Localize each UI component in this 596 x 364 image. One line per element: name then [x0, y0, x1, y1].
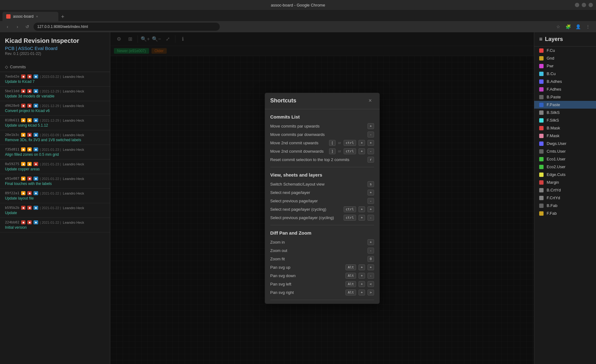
commit-item[interactable]: f35d811 ■■■ | 2021-01-23 | Leandro Heck … — [0, 145, 110, 160]
commit-author: Leandro Heck — [63, 177, 84, 181]
layer-item[interactable]: Cmts.User — [534, 147, 596, 155]
commit-author: Leandro Heck — [63, 162, 84, 166]
layer-item[interactable]: Edge.Cuts — [534, 171, 596, 178]
layers-header: ≡ Layers — [534, 32, 596, 47]
layer-item[interactable]: B.CrtYd — [534, 186, 596, 194]
layer-item[interactable]: Eco1.User — [534, 155, 596, 163]
shortcut-key: + — [359, 215, 365, 221]
shortcut-desc: Pan svg up — [270, 265, 343, 270]
layer-item[interactable]: B.Mask — [534, 124, 596, 132]
layer-item[interactable]: F.Mask — [534, 132, 596, 140]
layer-item[interactable]: F.Fab — [534, 209, 596, 217]
layer-item[interactable]: Margin — [534, 178, 596, 186]
commit-meta: 5be11dd ■■■ | 2021-12-29 | Leandro Heck — [5, 89, 105, 93]
layer-color-swatch — [539, 56, 544, 61]
minimize-button[interactable]: ─ — [575, 3, 579, 7]
layer-color-swatch — [539, 134, 544, 138]
shortcut-desc: Move 2nd commit upwards — [270, 141, 327, 145]
commit-badge: ■ — [34, 162, 38, 166]
layer-item[interactable]: B.SilkS — [534, 109, 596, 116]
commit-item[interactable]: 010b611 ■■■ | 2021-12-29 | Leandro Heck … — [0, 116, 110, 130]
layer-item[interactable]: F.Cu — [534, 47, 596, 54]
commit-date: | 2021-01-23 | — [40, 162, 61, 166]
layer-name: B.Adhes — [547, 79, 562, 84]
forward-button[interactable]: › — [14, 23, 21, 30]
layer-item[interactable]: B.Paste — [534, 93, 596, 101]
layer-name: Eco2.User — [547, 164, 566, 169]
layer-item[interactable]: F.Paste — [534, 101, 596, 109]
layer-item[interactable]: B.Adhes — [534, 78, 596, 85]
commit-message: Final touches with the labels — [5, 182, 105, 186]
commit-item[interactable]: 224bb02 ■■■ | 2021-01-22 | Leandro Heck … — [0, 218, 110, 232]
shortcut-row: Move 2nd commit upwards [ or ctrl + + — [270, 140, 374, 146]
commit-hash: 224bb02 — [5, 220, 19, 224]
layer-item[interactable]: Gnd — [534, 54, 596, 62]
commit-hash: 89f22a1 — [5, 191, 19, 195]
close-button[interactable]: × — [589, 3, 593, 7]
commit-item[interactable]: d9628e0 ■■■ | 2021-12-29 | Leandro Heck … — [0, 101, 110, 116]
commit-item[interactable]: b595b2b ■■■ | 2021-01-22 | Leandro Heck … — [0, 203, 110, 218]
star-button[interactable]: ☆ — [554, 22, 562, 31]
tab-close-icon[interactable]: × — [36, 15, 38, 18]
layer-item[interactable]: B.Fab — [534, 202, 596, 209]
commit-meta: 224bb02 ■■■ | 2021-01-22 | Leandro Heck — [5, 220, 105, 224]
commit-item[interactable]: 20e1b3c ■■■ | 2021-02-09 | Leandro Heck … — [0, 130, 110, 145]
layer-item[interactable]: B.Cu — [534, 70, 596, 78]
modal-close-button[interactable]: × — [367, 97, 374, 105]
shortcut-desc: Move commits par downwards — [270, 132, 365, 137]
extension-button[interactable]: 🧩 — [564, 22, 572, 31]
layer-item[interactable]: Eco2.User — [534, 163, 596, 171]
tab-title: assoc-board — [13, 14, 34, 19]
commit-badge: ■ — [27, 74, 32, 79]
commit-author: Leandro Heck — [63, 148, 84, 151]
shortcut-row: Select next page/layer (cycling) ctrl + … — [270, 206, 374, 212]
layer-name: B.CrtYd — [547, 188, 561, 192]
commit-hash: 20e1b3c — [5, 133, 19, 137]
layer-item[interactable]: Pwr — [534, 62, 596, 70]
maximize-button[interactable]: □ — [582, 3, 586, 7]
back-button[interactable]: ‹ — [4, 23, 11, 30]
shortcut-key: - — [368, 148, 374, 154]
shortcut-desc: Move commits par upwards — [270, 124, 365, 128]
shortcut-row: Zoom in + — [270, 239, 374, 245]
layer-item[interactable]: F.Adhes — [534, 85, 596, 93]
commit-badge: ■ — [21, 147, 25, 151]
shortcut-key: + — [368, 206, 374, 212]
commit-item[interactable]: e91e087 ■■■ | 2021-01-22 | Leandro Heck … — [0, 174, 110, 189]
shortcut-key: + — [368, 140, 374, 146]
shortcut-key: 0 — [368, 256, 374, 262]
commit-item[interactable]: 89f22a1 ■■■ | 2021-01-22 | Leandro Heck … — [0, 189, 110, 203]
commit-author: Leandro Heck — [63, 89, 84, 93]
commit-item[interactable]: 0a59275 ■■■ | 2021-01-23 | Leandro Heck … — [0, 160, 110, 174]
shortcut-row: Pan svg down Alt + - — [270, 273, 374, 279]
new-tab-button[interactable]: + — [58, 12, 67, 21]
commits-label: Commits — [10, 65, 26, 69]
layer-name: F.Paste — [547, 102, 560, 107]
layer-name: B.Fab — [547, 203, 558, 208]
shortcut-desc: Select previous page/layer — [270, 199, 365, 203]
shortcut-key: - — [368, 132, 374, 137]
commit-badge: ■ — [27, 191, 32, 195]
shortcut-or: or — [338, 149, 341, 153]
address-input[interactable] — [34, 23, 220, 31]
settings-button[interactable]: ⋮ — [584, 22, 592, 31]
commit-item[interactable]: 7aebd2e ■■■ | 2023-03-22 | Leandro Heck … — [0, 72, 110, 87]
commit-badge: ■ — [27, 177, 32, 181]
commit-item[interactable]: 5be11dd ■■■ | 2021-12-29 | Leandro Heck … — [0, 87, 110, 101]
layer-name: Edge.Cuts — [547, 172, 566, 177]
commit-badge: ■ — [34, 89, 38, 93]
layer-color-swatch — [539, 103, 544, 107]
layer-item[interactable]: Dwgs.User — [534, 140, 596, 147]
commit-date: | 2021-12-29 | — [40, 104, 61, 108]
commit-badge: ■ — [27, 162, 32, 166]
browser-tab[interactable]: assoc-board × — [2, 12, 58, 21]
profile-button[interactable]: 👤 — [574, 22, 582, 31]
shortcut-key: ctrl — [344, 206, 356, 212]
layer-color-swatch — [539, 87, 544, 92]
reload-button[interactable]: ↺ — [24, 23, 31, 30]
commit-date: | 2021-12-29 | — [40, 89, 61, 93]
layer-color-swatch — [539, 48, 544, 53]
shortcut-or: or — [338, 141, 341, 145]
layer-item[interactable]: F.CrtYd — [534, 194, 596, 202]
layer-item[interactable]: F.SilkS — [534, 116, 596, 124]
